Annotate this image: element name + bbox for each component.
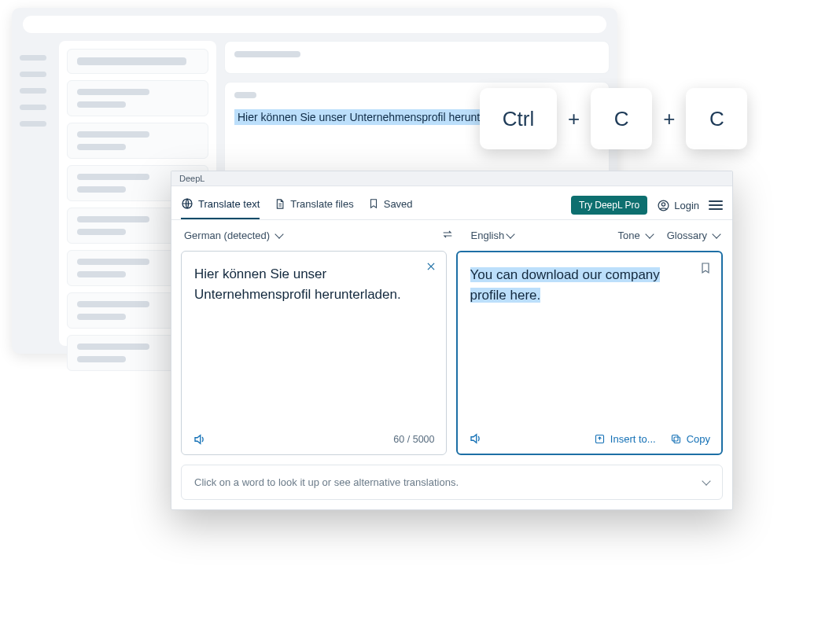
close-icon: [426, 261, 437, 272]
source-language-selector[interactable]: German (detected): [184, 230, 433, 241]
insert-icon: [594, 433, 606, 445]
chevron-down-icon: [700, 476, 709, 488]
try-pro-button[interactable]: Try DeepL Pro: [571, 196, 647, 215]
tab-label: Translate text: [198, 198, 260, 210]
tab-translate-text[interactable]: Translate text: [181, 191, 260, 219]
copy-button[interactable]: Copy: [670, 433, 710, 445]
clear-source-button[interactable]: [426, 261, 437, 274]
svg-rect-5: [672, 435, 678, 441]
target-language-area: English Tone Glossary: [462, 230, 720, 241]
speaker-icon[interactable]: [193, 432, 207, 446]
target-pane: You can download our company profile her…: [456, 251, 724, 455]
shortcut-keys: Ctrl + C + C: [480, 88, 747, 149]
bookmark-icon: [368, 198, 379, 209]
swap-languages-button[interactable]: [433, 228, 462, 243]
deepl-window: DeepL Translate text Translate files: [171, 171, 733, 510]
insert-to-button[interactable]: Insert to...: [594, 433, 656, 445]
tab-saved[interactable]: Saved: [368, 192, 413, 219]
language-bar: German (detected) English Tone Glossary: [171, 220, 732, 251]
login-button[interactable]: Login: [657, 199, 699, 212]
background-topbar: [12, 8, 617, 41]
tab-translate-files[interactable]: Translate files: [274, 192, 353, 219]
hint-text: Click on a word to look it up or see alt…: [194, 476, 459, 488]
deepl-header: Translate text Translate files Saved Try…: [171, 186, 732, 220]
bookmark-icon: [699, 262, 712, 274]
glossary-label: Glossary: [667, 230, 707, 241]
key-ctrl: Ctrl: [480, 88, 557, 149]
glossary-selector[interactable]: Glossary: [667, 230, 720, 241]
save-translation-button[interactable]: [699, 262, 712, 277]
source-textarea[interactable]: Hier können Sie unser Unternehmensprofil…: [182, 252, 446, 424]
swap-icon: [441, 228, 454, 241]
svg-rect-4: [674, 437, 680, 443]
key-c-2: C: [686, 88, 747, 149]
tone-label: Tone: [618, 230, 640, 241]
hint-bar[interactable]: Click on a word to look it up or see alt…: [181, 465, 723, 500]
document-icon: [274, 198, 286, 210]
globe-icon: [181, 197, 193, 210]
target-language-label: English: [471, 230, 505, 241]
target-language-selector[interactable]: English: [471, 230, 514, 241]
menu-button[interactable]: [709, 200, 723, 210]
source-pane: Hier können Sie unser Unternehmensprofil…: [181, 251, 447, 455]
user-icon: [657, 199, 670, 212]
tab-label: Translate files: [290, 198, 353, 210]
hamburger-icon: [709, 200, 723, 210]
target-text-selection: You can download our company profile her…: [470, 267, 660, 303]
login-label: Login: [674, 200, 699, 211]
target-text[interactable]: You can download our company profile her…: [458, 252, 722, 424]
tab-label: Saved: [384, 198, 413, 210]
plus-icon: +: [568, 107, 580, 131]
insert-to-label: Insert to...: [610, 433, 656, 445]
tone-selector[interactable]: Tone: [618, 230, 653, 241]
plus-icon: +: [663, 107, 675, 131]
svg-point-2: [662, 202, 665, 205]
background-rail: [20, 41, 51, 346]
speaker-icon[interactable]: [469, 432, 483, 446]
background-urlbar: [23, 16, 606, 33]
copy-icon: [670, 433, 682, 445]
key-c-1: C: [591, 88, 652, 149]
deepl-titlebar: DeepL: [171, 171, 732, 186]
char-count: 60 / 5000: [393, 434, 434, 445]
background-highlighted-text: Hier können Sie unser Unternehmensprofil…: [234, 109, 520, 125]
copy-label: Copy: [687, 433, 710, 445]
source-language-label: German (detected): [184, 230, 270, 241]
